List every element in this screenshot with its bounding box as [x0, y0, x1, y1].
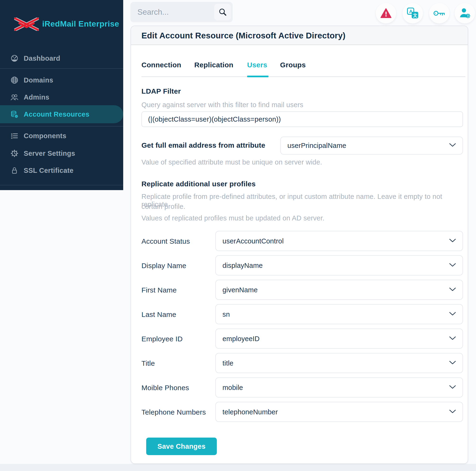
page-bottom-strip	[0, 464, 476, 471]
row-label-last-name: Last Name	[141, 311, 176, 319]
email-attribute-label: Get full email address from attribute	[141, 141, 265, 149]
sidebar-item-label: SSL Certificate	[24, 162, 73, 179]
row-label-mobile-phones: Moible Phones	[141, 384, 189, 392]
sidebar-divider	[0, 126, 123, 127]
app-window: iRedMail Enterprise Dashboard	[0, 0, 476, 471]
row-label-first-name: First Name	[141, 286, 177, 294]
replicate-hint-line2: certain profile.	[141, 203, 185, 210]
ldap-filter-field	[141, 111, 463, 127]
admins-icon	[10, 93, 18, 101]
email-attribute-hint: Value of specified attribute must be uni…	[141, 158, 322, 166]
sidebar-item-label: Domains	[24, 71, 53, 89]
chevron-down-icon	[449, 410, 456, 414]
sidebar: iRedMail Enterprise Dashboard	[0, 0, 123, 190]
search-icon	[218, 8, 227, 17]
brand: iRedMail Enterprise	[0, 14, 123, 33]
gear-icon	[10, 149, 18, 157]
email-attribute-value: userPrincipalName	[288, 142, 346, 150]
tab-users[interactable]: Users	[247, 58, 267, 72]
sidebar-item-label: Server Settings	[24, 145, 75, 162]
select-value: sn	[222, 310, 230, 318]
row-label-telephone-numbers: Telephone Numbers	[141, 408, 206, 416]
row-label-employee-id: Employee ID	[141, 335, 183, 343]
telephone-numbers-select[interactable]: telephoneNumber	[215, 402, 463, 422]
chevron-down-icon	[449, 336, 456, 341]
gauge-icon	[10, 54, 18, 62]
select-value: telephoneNumber	[222, 408, 278, 416]
user-gear-icon	[459, 8, 471, 19]
select-value: mobile	[222, 384, 243, 391]
ldap-filter-hint: Query against server with this filter to…	[141, 101, 303, 109]
sidebar-divider	[0, 68, 123, 69]
row-label-account-status: Account Status	[141, 237, 190, 245]
sidebar-divider	[0, 185, 123, 185]
chevron-down-icon	[449, 263, 456, 268]
search-button[interactable]	[214, 4, 231, 20]
globe-icon	[10, 76, 18, 84]
email-attribute-select[interactable]: userPrincipalName	[280, 137, 463, 155]
chevron-down-icon	[449, 361, 456, 366]
chevron-down-icon	[449, 288, 456, 292]
sidebar-item-account-resources[interactable]: Account Resources	[0, 105, 123, 123]
sidebar-item-domains[interactable]: Domains	[0, 71, 123, 89]
brand-title: iRedMail Enterprise	[42, 14, 119, 33]
sidebar-item-admins[interactable]: Admins	[0, 89, 123, 106]
select-value: displayName	[222, 262, 263, 269]
sidebar-item-label: Account Resources	[24, 105, 89, 122]
page-title: Edit Account Resource (Microsoft Active …	[141, 26, 345, 45]
replicate-hint-line1: Replicate profile from pre-defined attri…	[141, 193, 468, 208]
key-icon	[433, 10, 445, 17]
sidebar-item-label: Components	[24, 127, 66, 144]
tab-users-active-underline	[247, 76, 269, 77]
replicate-heading: Replicate additional user profiles	[141, 180, 256, 188]
ldap-filter-heading: LDAP Filter	[141, 87, 181, 95]
translate-icon: A 文	[407, 7, 419, 19]
sidebar-item-ssl-certificate[interactable]: SSL Certificate	[0, 162, 123, 179]
database-gear-icon	[10, 110, 18, 118]
iredmail-logo-icon	[14, 17, 39, 31]
select-value: title	[222, 359, 233, 367]
sidebar-item-dashboard[interactable]: Dashboard	[0, 50, 123, 67]
chevron-down-icon	[449, 239, 456, 244]
chevron-down-icon	[449, 143, 456, 148]
account-status-select[interactable]: userAccountControl	[215, 231, 463, 251]
replicate-hint2: Values of replicated profiles must be up…	[141, 214, 324, 222]
mobile-phones-select[interactable]: mobile	[215, 377, 463, 398]
select-value: givenName	[222, 286, 258, 294]
svg-text:文: 文	[413, 13, 417, 18]
tab-groups[interactable]: Groups	[280, 58, 306, 72]
language-button[interactable]: A 文	[403, 3, 423, 23]
employee-id-select[interactable]: employeeID	[215, 329, 463, 349]
tab-connection[interactable]: Connection	[141, 58, 181, 72]
sidebar-item-label: Dashboard	[24, 50, 60, 67]
select-value: userAccountControl	[222, 237, 284, 245]
ldap-filter-input[interactable]	[148, 112, 456, 127]
star-list-icon: ★ ★ ★	[10, 132, 18, 140]
lock-icon	[10, 166, 18, 174]
sidebar-item-components[interactable]: ★ ★ ★ Components	[0, 127, 123, 144]
row-label-display-name: Display Name	[141, 262, 186, 270]
sidebar-item-label: Admins	[24, 89, 49, 106]
card-header: Edit Account Resource (Microsoft Active …	[131, 26, 468, 45]
warning-icon	[380, 8, 392, 18]
select-value: employeeID	[222, 335, 260, 343]
chevron-down-icon	[449, 312, 456, 317]
search-bar	[130, 2, 233, 22]
credentials-button[interactable]	[429, 3, 449, 23]
display-name-select[interactable]: displayName	[215, 255, 463, 276]
edit-account-resource-card: Edit Account Resource (Microsoft Active …	[131, 26, 468, 464]
title-select[interactable]: title	[215, 353, 463, 373]
tabs-baseline	[141, 76, 465, 77]
row-label-title: Title	[141, 359, 155, 367]
account-button[interactable]	[455, 3, 475, 23]
tab-replication[interactable]: Replication	[194, 58, 233, 72]
save-changes-button[interactable]: Save Changes	[146, 437, 217, 455]
chevron-down-icon	[449, 385, 456, 390]
sidebar-item-server-settings[interactable]: Server Settings	[0, 145, 123, 162]
svg-text:★: ★	[11, 137, 13, 140]
search-input[interactable]	[137, 2, 208, 22]
last-name-select[interactable]: sn	[215, 304, 463, 324]
alerts-button[interactable]	[376, 3, 396, 23]
first-name-select[interactable]: givenName	[215, 280, 463, 300]
